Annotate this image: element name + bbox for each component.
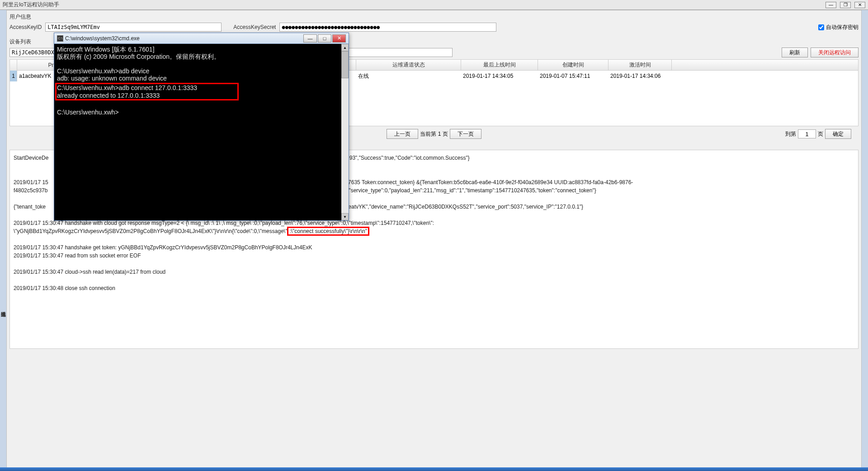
cmd-title-text: C:\windows\system32\cmd.exe (65, 35, 302, 42)
taskbar[interactable] (0, 467, 868, 471)
goto-prefix: 到第 (785, 130, 796, 138)
cmd-line: already connected to 127.0.0.1:3333 (57, 92, 160, 99)
cell-channel: 在线 (356, 72, 461, 80)
minimize-button[interactable]: — (826, 2, 836, 8)
cell-create-time: 2019-01-07 15:47:11 (538, 73, 609, 79)
cmd-scrollbar[interactable]: ▲ ▼ (341, 44, 349, 220)
col-index (10, 60, 17, 71)
auto-save-label: 自动保存密钥 (826, 24, 859, 31)
log-line: 4D93","Success":true,"Code":"iot.common.… (342, 155, 469, 161)
log-line: 2019/01/17 15:30:47 cloud->ssh read len(… (14, 269, 165, 275)
highlight-connect-success: :\"connect successfully\"}\r\n\r\n" (287, 227, 369, 236)
window-controls: — ❐ ✕ (826, 2, 865, 8)
log-line: f4802c5c937b (14, 187, 47, 194)
access-key-secret-label: AccessKeySecret (233, 24, 276, 30)
cmd-titlebar[interactable]: C:\ C:\windows\system32\cmd.exe — □ ✕ (54, 33, 349, 44)
log-line: 247635 Token:connect_token} &{TenantToke… (342, 179, 633, 186)
cmd-prompt: C:\Users\wenhu.xwh> (57, 109, 119, 116)
cmd-icon: C:\ (57, 35, 63, 42)
col-active-time: 激活时间 (609, 60, 672, 70)
cmd-window[interactable]: C:\ C:\windows\system32\cmd.exe — □ ✕ Mi… (54, 33, 349, 221)
app-titlebar: 阿里云IoT远程访问助手 — ❐ ✕ (0, 0, 868, 10)
goto-confirm-button[interactable]: 确定 (825, 129, 851, 139)
close-button[interactable]: ✕ (854, 2, 865, 8)
cmd-minimize-button[interactable]: — (303, 34, 317, 43)
log-line: StartDeviceDe (14, 155, 48, 161)
col-last-online: 最后上线时间 (461, 60, 538, 70)
app-title: 阿里云IoT远程访问助手 (3, 1, 826, 9)
refresh-button[interactable]: 刷新 (782, 48, 808, 57)
log-line: 2019/01/17 15:30:48 close ssh connection (14, 285, 115, 291)
cell-index: 1 (10, 71, 17, 81)
scroll-down-icon[interactable]: ▼ (341, 213, 349, 220)
cmd-maximize-button[interactable]: □ (318, 34, 331, 43)
goto-page-input[interactable] (798, 129, 816, 138)
log-line: 2019/01/17 15:30:47 handshake get token:… (14, 244, 312, 251)
col-channel: 运维通道状态 (356, 60, 461, 70)
cmd-line: 版权所有 (c) 2009 Microsoft Corporation。保留所有… (57, 53, 220, 60)
next-page-button[interactable]: 下一页 (450, 129, 481, 139)
cmd-line: C:\Users\wenhu.xwh>adb connect 127.0.0.1… (57, 84, 197, 91)
prev-page-button[interactable]: 上一页 (387, 129, 418, 139)
highlight-adb-connect: C:\Users\wenhu.xwh>adb connect 127.0.0.1… (55, 83, 239, 100)
cmd-line: Microsoft Windows [版本 6.1.7601] (57, 46, 155, 53)
scroll-up-icon[interactable]: ▲ (341, 44, 349, 51)
scroll-thumb[interactable] (341, 51, 349, 78)
cmd-output[interactable]: Microsoft Windows [版本 6.1.7601] 版权所有 (c)… (54, 44, 349, 118)
cell-active-time: 2019-01-17 14:34:06 (609, 73, 672, 79)
close-remote-button[interactable]: 关闭远程访问 (811, 48, 859, 57)
auto-save-check[interactable] (818, 24, 824, 30)
access-key-id-input[interactable] (45, 23, 222, 32)
access-key-secret-input[interactable] (279, 23, 496, 32)
auto-save-checkbox[interactable]: 自动保存密钥 (818, 24, 859, 31)
log-line: {"tenant_toke (14, 204, 46, 210)
cmd-line: adb: usage: unknown command device (57, 75, 167, 82)
log-line: 2019/01/17 15:30:47 read from ssh socket… (14, 252, 141, 259)
access-key-id-label: AccessKeyID (9, 24, 42, 30)
maximize-button[interactable]: ❐ (840, 2, 851, 8)
log-line: 2,"service_type":0,"payload_len":211,"ms… (344, 187, 596, 194)
scroll-track[interactable] (341, 78, 349, 213)
cmd-close-button[interactable]: ✕ (332, 34, 346, 43)
current-page-label: 当前第 1 页 (420, 130, 448, 138)
goto-suffix: 页 (818, 130, 823, 138)
col-create-time: 创建时间 (538, 60, 609, 70)
cmd-line: C:\Users\wenhu.xwh>adb device (57, 67, 149, 75)
log-line: 2019/01/17 15 (14, 179, 48, 186)
log-line: 2019/01/17 15:30:47 handshake with cloud… (14, 220, 434, 226)
log-line: \"yGNjBBd1YqZpvRKogzCrYIdvpesvv5jSBVZ0m2… (14, 228, 287, 234)
log-line: acbeatvYK","device_name":"RijJCeD63B0DXK… (340, 204, 583, 210)
user-info-label: 用户信息 (7, 10, 861, 23)
cell-last-online: 2019-01-17 14:34:05 (461, 73, 538, 79)
